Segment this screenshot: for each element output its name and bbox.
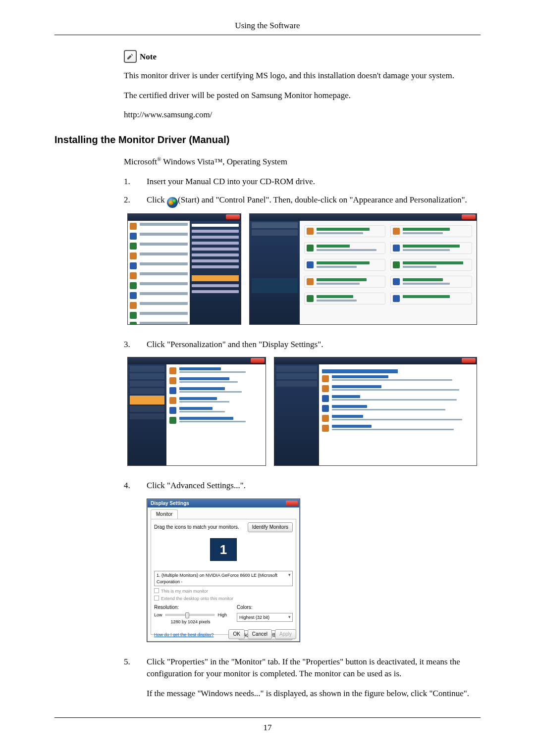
dialog-title: Display Settings bbox=[151, 501, 189, 506]
step-5: 5. Click "Properties" in the "Monitor" t… bbox=[124, 656, 481, 707]
step-num: 5. bbox=[124, 656, 133, 668]
drag-instructions: Drag the icons to match your monitors. bbox=[154, 524, 239, 531]
resolution-slider bbox=[165, 614, 215, 616]
top-rule bbox=[54, 35, 481, 35]
step-4: 4. Click "Advanced Settings...". bbox=[124, 480, 481, 492]
help-link: How do I get the best display? bbox=[154, 632, 214, 638]
steps-list-cont2: 4. Click "Advanced Settings...". bbox=[124, 480, 481, 492]
screenshot-appearance-personalization bbox=[127, 357, 266, 466]
figure-display-settings: Display Settings Monitor Drag the icons … bbox=[147, 499, 481, 642]
figure-row-1 bbox=[124, 213, 481, 325]
extend-desktop-checkbox-label: Extend the desktop onto this monitor bbox=[161, 596, 233, 602]
step-2: 2. Click (Start) and "Control Panel". Th… bbox=[124, 194, 481, 206]
step-3: 3. Click "Personalization" and then "Dis… bbox=[124, 339, 481, 351]
note-text-2: The certified driver will be posted on S… bbox=[124, 90, 481, 101]
step-text: Click "Properties" in the "Monitor" tab.… bbox=[147, 657, 460, 678]
step2-pre: Click bbox=[147, 195, 167, 204]
steps-list-cont3: 5. Click "Properties" in the "Monitor" t… bbox=[124, 656, 481, 707]
page-number: 17 bbox=[54, 722, 481, 749]
resolution-value: 1280 by 1024 pixels bbox=[154, 619, 227, 625]
steps-list-cont: 3. Click "Personalization" and then "Dis… bbox=[124, 339, 481, 351]
note-label: Note bbox=[140, 51, 157, 63]
step-1: 1. Insert your Manual CD into your CD-RO… bbox=[124, 176, 481, 188]
step-num: 3. bbox=[124, 339, 133, 351]
cancel-button: Cancel bbox=[248, 629, 272, 639]
monitor-preview-icon: 1 bbox=[210, 538, 237, 561]
pencil-note-icon bbox=[124, 50, 137, 63]
figure-row-2 bbox=[124, 357, 481, 466]
step-num: 4. bbox=[124, 480, 133, 492]
screenshot-control-panel bbox=[249, 213, 477, 325]
colors-label: Colors: bbox=[237, 604, 293, 611]
colors-dropdown: Highest (32 bit) bbox=[237, 613, 293, 622]
os-suffix: Windows Vista™, Operating System bbox=[161, 157, 287, 166]
step-num: 2. bbox=[124, 194, 133, 206]
step-5-continuation: If the message "Windows needs..." is dis… bbox=[147, 688, 481, 700]
windows-start-orb-icon bbox=[167, 197, 178, 208]
checkbox-icon bbox=[154, 596, 159, 601]
identify-monitors-button: Identify Monitors bbox=[248, 522, 293, 532]
monitor-tab: Monitor bbox=[151, 509, 178, 519]
apply-button: Apply bbox=[275, 629, 296, 639]
resolution-label: Resolution: bbox=[154, 604, 227, 611]
slider-high-label: High bbox=[217, 612, 227, 618]
monitor-select-dropdown: 1. (Multiple Monitors) on NVIDIA GeForce… bbox=[154, 571, 293, 586]
running-header: Using the Software bbox=[54, 0, 481, 35]
note-text-1: This monitor driver is under certifying … bbox=[124, 70, 481, 82]
checkbox-icon bbox=[154, 588, 159, 593]
bottom-rule bbox=[54, 717, 481, 718]
step2-post: (Start) and "Control Panel". Then, doubl… bbox=[178, 195, 467, 204]
step-text: Insert your Manual CD into your CD-ROM d… bbox=[147, 176, 315, 188]
slider-low-label: Low bbox=[154, 612, 162, 618]
main-monitor-checkbox-label: This is my main monitor bbox=[161, 588, 208, 595]
note-block: Note bbox=[124, 50, 481, 63]
step-text: Click "Advanced Settings...". bbox=[147, 480, 246, 492]
step-text: Click (Start) and "Control Panel". Then,… bbox=[147, 194, 467, 206]
screenshot-start-menu bbox=[127, 213, 241, 325]
ok-button: OK bbox=[228, 629, 244, 639]
section-heading: Installing the Monitor Driver (Manual) bbox=[54, 133, 481, 147]
screenshot-personalization bbox=[274, 357, 477, 466]
os-prefix: Microsoft bbox=[124, 157, 157, 166]
screenshot-display-settings-dialog: Display Settings Monitor Drag the icons … bbox=[147, 499, 300, 642]
steps-list: 1. Insert your Manual CD into your CD-RO… bbox=[124, 176, 481, 206]
step-text: Click "Personalization" and then "Displa… bbox=[147, 339, 323, 351]
step-num: 1. bbox=[124, 176, 133, 188]
note-url: http://www.samsung.com/ bbox=[124, 109, 481, 121]
os-line: Microsoft® Windows Vista™, Operating Sys… bbox=[124, 155, 481, 167]
